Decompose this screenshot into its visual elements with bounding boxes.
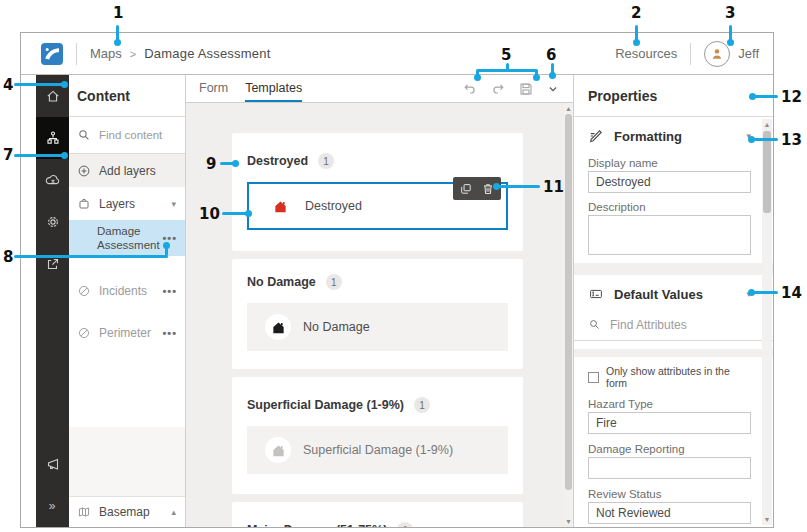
- layer-name: Damage Assessment: [97, 224, 159, 253]
- template-item-superficial[interactable]: Superficial Damage (1-9%): [247, 426, 508, 474]
- user-avatar[interactable]: [704, 41, 730, 67]
- callout-5-dot-left: [474, 74, 481, 81]
- rail-share-icon[interactable]: [36, 243, 69, 285]
- hazard-type-label: Hazard Type: [588, 398, 751, 410]
- callout-9: 9: [206, 155, 216, 173]
- callout-10: 10: [199, 205, 220, 223]
- layers-section-header[interactable]: Layers ▾: [69, 187, 185, 220]
- default-values-section-header[interactable]: Default Values ▾: [588, 279, 751, 309]
- callout-1: 1: [113, 4, 123, 22]
- rail-offline-cloud-icon[interactable]: [36, 159, 69, 201]
- review-status-input[interactable]: [588, 502, 751, 524]
- basemap-section-header[interactable]: Basemap ▴: [69, 496, 185, 527]
- house-icon-red: [273, 199, 288, 214]
- top-bar: Maps > Damage Assessment Resources Jeff: [21, 33, 773, 75]
- layer-item-perimeter[interactable]: Perimeter •••: [69, 312, 185, 354]
- template-item-no-damage[interactable]: No Damage: [247, 303, 508, 351]
- scroll-down-icon[interactable]: ▼: [564, 517, 573, 526]
- tab-form[interactable]: Form: [199, 75, 228, 102]
- group-count-badge: 1: [318, 153, 334, 169]
- callout-14-line: [752, 291, 778, 294]
- redo-icon[interactable]: [490, 81, 506, 97]
- section-divider: [574, 349, 773, 357]
- template-item-label: Destroyed: [305, 199, 362, 213]
- rail-feedback-icon[interactable]: [36, 443, 69, 485]
- layer-name: Incidents: [99, 284, 147, 298]
- layer-item-incidents[interactable]: Incidents •••: [69, 270, 185, 312]
- esri-logo-icon[interactable]: [41, 43, 63, 65]
- formatting-section-header[interactable]: Formatting ▾: [588, 121, 751, 151]
- scrollbar-thumb[interactable]: [763, 131, 771, 213]
- callout-8-line: [14, 255, 168, 258]
- callout-5-bracket: [476, 69, 538, 72]
- review-status-label: Review Status: [588, 488, 751, 500]
- input-box-icon: [588, 286, 604, 302]
- chevron-up-icon: ▴: [171, 507, 176, 517]
- plus-circle-icon: [77, 164, 91, 178]
- undo-icon[interactable]: [462, 81, 478, 97]
- scrollbar-thumb[interactable]: [565, 114, 572, 490]
- callout-5: 5: [501, 46, 511, 64]
- editor-tab-bar: Form Templates: [186, 75, 573, 103]
- default-values-heading: Default Values: [614, 287, 703, 302]
- topbar-divider-2: [690, 43, 691, 65]
- scroll-up-icon[interactable]: ▲: [762, 120, 772, 129]
- templates-scrollbar[interactable]: ▲ ▼: [564, 103, 573, 527]
- callout-4: 4: [3, 76, 13, 94]
- callout-10-line: [222, 212, 247, 215]
- layer-options-menu-icon[interactable]: •••: [162, 285, 177, 297]
- callout-11-line: [497, 185, 540, 188]
- group-title: Major Damage (51-75%): [247, 523, 387, 527]
- add-layers-button[interactable]: Add layers: [69, 154, 185, 187]
- callout-14: 14: [781, 284, 802, 302]
- callout-12: 12: [781, 88, 802, 106]
- save-icon[interactable]: [518, 81, 534, 97]
- annotated-screenshot: Maps > Damage Assessment Resources Jeff: [0, 0, 807, 532]
- add-layers-label: Add layers: [99, 164, 156, 178]
- left-margin: [21, 75, 36, 527]
- properties-scrollbar[interactable]: ▲ ▼: [762, 119, 772, 525]
- callout-6-dot: [549, 72, 556, 79]
- breadcrumb-maps-link[interactable]: Maps: [90, 46, 122, 61]
- display-name-label: Display name: [588, 157, 751, 169]
- rail-expand-icon[interactable]: »: [36, 485, 69, 527]
- symbol-swatch: [265, 437, 291, 463]
- display-name-input[interactable]: [588, 171, 751, 193]
- callout-9-dot: [232, 160, 239, 167]
- hazard-type-input[interactable]: [588, 412, 751, 434]
- section-divider: [574, 263, 773, 275]
- callout-13: 13: [781, 131, 802, 149]
- scroll-up-icon[interactable]: ▲: [564, 104, 573, 113]
- callout-2: 2: [631, 4, 641, 22]
- search-icon: [588, 318, 601, 331]
- house-icon-gray: [271, 443, 286, 458]
- find-content-search[interactable]: Find content: [69, 117, 185, 154]
- duplicate-icon[interactable]: [459, 182, 473, 196]
- user-name[interactable]: Jeff: [738, 46, 759, 61]
- layer-options-menu-icon[interactable]: •••: [162, 327, 177, 339]
- person-icon: [709, 46, 725, 62]
- find-attributes-search[interactable]: Find Attributes: [574, 309, 773, 341]
- only-show-attributes-checkbox-row: Only show attributes in the form: [588, 365, 751, 389]
- rail-settings-icon[interactable]: [36, 201, 69, 243]
- description-input[interactable]: [588, 215, 751, 255]
- hidden-layer-icon: [77, 284, 91, 298]
- tab-templates[interactable]: Templates: [245, 75, 302, 102]
- template-item-destroyed[interactable]: Destroyed: [247, 182, 508, 230]
- resources-link[interactable]: Resources: [615, 46, 677, 61]
- template-list: Destroyed 1 Destroyed: [186, 103, 564, 527]
- callout-1-dot: [114, 39, 121, 46]
- scroll-down-icon[interactable]: ▼: [762, 515, 772, 524]
- callout-8-dot: [163, 242, 170, 249]
- checkbox-unchecked[interactable]: [588, 372, 599, 383]
- damage-reporting-input[interactable]: [588, 457, 751, 479]
- breadcrumb-current-map: Damage Assessment: [144, 46, 270, 61]
- formatting-heading: Formatting: [614, 129, 682, 144]
- layers-section-label: Layers: [99, 197, 135, 211]
- chevron-down-icon[interactable]: [546, 82, 560, 96]
- callout-10-dot: [245, 210, 252, 217]
- callout-4-line: [14, 83, 64, 86]
- layers-icon: [77, 197, 91, 211]
- description-label: Description: [588, 201, 751, 213]
- callout-5-dot-right: [533, 74, 540, 81]
